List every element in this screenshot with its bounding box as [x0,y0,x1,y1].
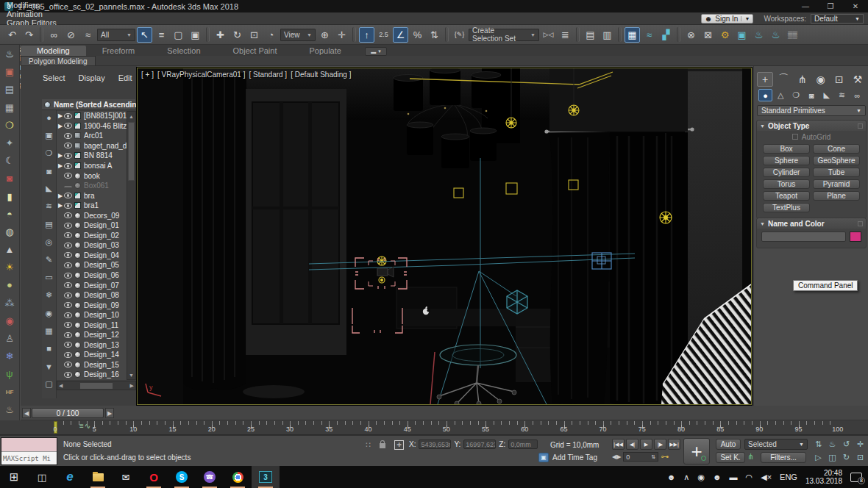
name-color-header[interactable]: ▼ Name and Color [757,218,866,229]
snaps-toggle[interactable]: 2.5 [376,27,391,43]
render-production-button[interactable]: ♨ [751,27,766,43]
horizontal-scrollbar[interactable]: ◀ ▶ [57,381,136,390]
filter-container-icon[interactable]: ▢ [43,378,55,390]
toolbar-divider[interactable] [618,27,622,42]
rail-table-icon[interactable]: ▦ [2,101,17,115]
list-item[interactable]: ▶ Arc01 [57,131,127,141]
list-item[interactable]: ▶ Box061 [57,181,127,191]
mirror-button[interactable]: ▷◁ [541,27,556,43]
rail-hairfur-icon[interactable]: HF [2,385,17,399]
eye-icon[interactable] [64,193,72,198]
filter-selection-icon[interactable]: ■ [43,342,55,354]
window-crossing-toggle[interactable]: ▣ [188,27,203,43]
render-setup-button[interactable]: ⚙ [717,27,733,43]
list-item[interactable]: ▶ Design_15 [57,360,127,370]
maxscript-mini-listener[interactable]: MAXScript Mi [1,437,57,465]
go-to-end-button[interactable]: ▶▶| [668,439,680,450]
polygon-modeling-panel[interactable]: Polygon Modeling [21,56,96,65]
list-item[interactable]: ▶ baget_nad_dver [57,141,127,151]
pin-icon[interactable] [858,123,863,129]
camera-object[interactable] [377,267,394,277]
list-item[interactable]: ▶ book [57,171,127,181]
notification-center-icon[interactable]: 8 [850,473,862,482]
maximize-viewport-toggle[interactable]: ⊡ [854,451,867,463]
primitive-button[interactable]: Sphere [763,156,810,165]
macro-recorder-field[interactable] [1,438,57,452]
chrome-icon[interactable] [224,466,252,488]
eye-icon[interactable] [64,143,72,148]
list-item[interactable]: ▶ Design_16 [57,370,127,380]
edge-icon[interactable]: e [56,466,84,488]
expand-arrow-icon[interactable]: ▶ [58,193,64,199]
primitive-button[interactable]: Pyramid [813,179,860,189]
expand-arrow-icon[interactable]: ▶ [58,112,64,119]
list-item[interactable]: ▶ BN 8814 [57,151,127,161]
ribbon-tab[interactable]: Selection [151,46,216,56]
previous-frame-button[interactable]: ◀| [626,439,638,450]
bind-to-spacewarp-button[interactable]: ≈ [80,27,96,43]
viewport-menu-plus[interactable]: [ + ] [141,71,154,79]
filter-all-icon[interactable]: ● [43,112,55,123]
eye-icon[interactable] [64,273,72,279]
filter-spacewarps-icon[interactable]: ▤ [43,218,55,230]
go-to-start-button[interactable]: |◀◀ [612,439,625,450]
curve-editor-button[interactable]: ≈ [641,27,657,43]
select-and-scale-button[interactable]: ⊡ [246,27,262,43]
filter-lights-icon[interactable]: ◙ [43,165,55,177]
rail-box-icon[interactable]: ▮ [2,190,17,204]
list-item[interactable]: ▶ Design_10 [57,310,127,320]
title-bar[interactable]: 3 17_005_office_sc_02_pannels.max - Auto… [0,0,868,12]
primitive-button[interactable]: GeoSphere [813,156,860,165]
rail-sphere-icon[interactable]: ● [2,278,17,292]
list-item[interactable]: ▶ Design_14 [57,350,127,360]
ribbon-toggle[interactable]: ▦ [625,27,640,43]
object-color-swatch[interactable] [850,232,861,242]
primitive-button[interactable]: Torus [763,179,810,189]
task-view-button[interactable]: ◫ [28,466,56,488]
scrollbar-thumb[interactable] [80,383,113,389]
zoom-button[interactable]: ⇅ [812,438,825,450]
zoom-all-button[interactable]: ◫ [826,451,839,463]
layer-manager-button[interactable]: ▤ [583,27,598,43]
filter-materials-icon[interactable]: ▦ [43,325,55,337]
menu-item[interactable]: Animation [0,10,63,18]
rail-moon-icon[interactable]: ☾ [2,154,17,168]
ribbon-tab[interactable]: Modeling [21,46,86,56]
rail-sun-icon[interactable]: ☀ [2,260,17,274]
volume-muted-icon[interactable]: ◀× [761,473,772,482]
rail-grass-icon[interactable]: ψ [2,367,17,381]
layer-explorer-button[interactable]: ▥ [600,27,615,43]
clock[interactable]: 20:4813.03.2018 [805,469,842,485]
edit-named-sets-button[interactable]: {✎} [452,27,467,43]
display-tab[interactable]: ⊡ [831,72,847,87]
eye-icon[interactable] [64,123,72,129]
next-frame-slider-button[interactable]: ▶ [105,408,114,418]
antivirus-tray-icon[interactable]: ◉ [697,473,705,482]
opera-icon[interactable]: O [140,466,168,488]
restore-button[interactable]: ❐ [818,0,843,12]
list-item[interactable]: ▶ Design_06 [57,270,127,281]
expand-arrow-icon[interactable]: ▶ [58,202,64,209]
filter-helpers-icon[interactable]: ≋ [43,201,55,212]
frame-step-icons[interactable]: ◀▶ [612,453,621,460]
orbit-button[interactable]: ↺ [840,438,853,450]
ribbon-tab[interactable]: Freeform [86,46,152,56]
list-item[interactable]: ▶ Design_03 [57,240,127,251]
eye-icon[interactable] [64,293,72,298]
unlink-selection-button[interactable]: ⊘ [63,27,79,43]
rail-teapot-icon[interactable]: ♨ [2,47,17,61]
key-filters-icon[interactable]: ⋔ [747,452,754,462]
perspective-viewport[interactable]: y [ + ] [ VRayPhysicalCamera01 ] [ Stand… [137,68,752,405]
rendered-frame-window-button[interactable]: ▣ [734,27,750,43]
filter-funnel-icon[interactable]: ▼ [43,361,55,373]
explorer-menu[interactable]: Select [43,73,65,82]
select-and-rotate-button[interactable]: ↻ [230,27,245,43]
user-tray-icon[interactable]: ☻ [713,473,722,482]
list-item[interactable]: ▶ Design_02 [57,231,127,241]
toolbar-divider[interactable] [576,27,580,42]
next-frame-button[interactable]: |▶ [654,439,666,450]
helpers-category[interactable]: ◣ [819,89,833,101]
people-icon[interactable]: ☻ [667,473,676,482]
systems-category[interactable]: ∞ [850,89,864,101]
selection-lock-icon[interactable] [380,443,385,448]
